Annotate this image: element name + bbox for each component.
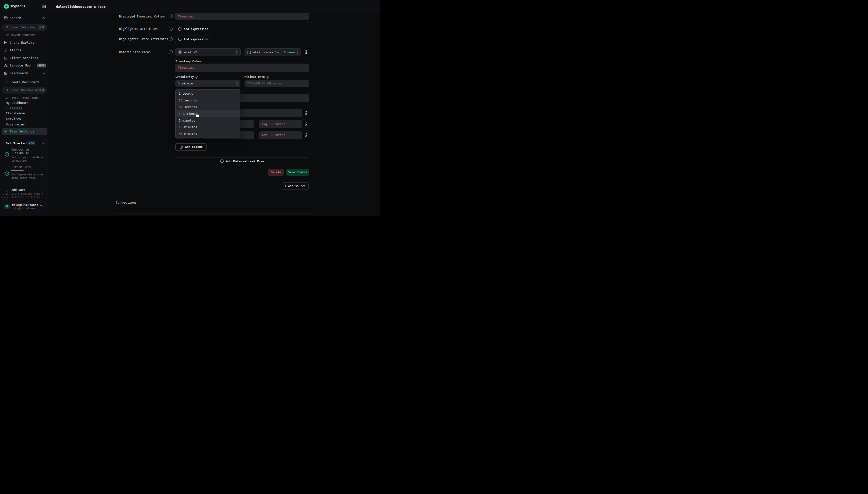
minimum-date-input[interactable]: YYYY-MM-DD HH:mm:ss [245, 80, 309, 87]
displayed-timestamp-label: Displayed Timestamp Column [119, 13, 165, 20]
plus-circle-icon [178, 27, 182, 31]
table-select[interactable]: otel_traces_1m Schema [245, 48, 301, 56]
dropdown-option-selected[interactable]: 1 minute [176, 110, 240, 117]
sidebar-item-label: Team Settings [10, 128, 35, 135]
divider [116, 209, 313, 209]
sidebar-item-clickhouse[interactable]: ClickHouse [6, 111, 25, 115]
chevron-down-icon [5, 97, 8, 99]
chevron-up-icon [42, 17, 45, 19]
collapse-sidebar-icon[interactable] [42, 4, 46, 8]
saved-searches-input[interactable]: Saved Searches ⌘ K [2, 24, 47, 31]
schema-badge[interactable]: Schema [284, 49, 295, 56]
delete-materialized-view-icon[interactable] [304, 50, 309, 55]
sidebar-item-client-sessions[interactable]: Client Sessions [0, 55, 49, 61]
highlighted-trace-attributes-label: Highlighted Trace Attributes [119, 35, 168, 43]
user-name: dale@clickhouse.… [12, 203, 42, 207]
step-title[interactable]: Connect to ClickHouse [12, 148, 44, 155]
sidebar-item-services[interactable]: Services [6, 117, 21, 120]
help-icon[interactable] [169, 27, 173, 31]
add-materialized-view-button[interactable]: Add Materialized View [175, 157, 309, 165]
check-circle-icon [5, 152, 9, 157]
shortcut-badge: ⌘ K [38, 25, 45, 30]
add-column-button[interactable]: Add Column [175, 144, 207, 151]
hyperdx-app: HyperDX Search Saved Searches ⌘ K No sav… [0, 0, 380, 216]
saved-dashboards-input[interactable]: Saved Dashboards ⌘ K [2, 87, 47, 94]
sidebar: HyperDX Search Saved Searches ⌘ K No sav… [0, 0, 49, 216]
help-button[interactable] [1, 194, 8, 201]
sidebar-item-dashboards[interactable]: Dashboards [0, 71, 49, 76]
app-name: HyperDX [11, 4, 25, 8]
combobox-value: 1 minute [178, 80, 193, 87]
help-icon[interactable] [266, 76, 269, 79]
mv-alias-input[interactable]: avg__Duration [259, 120, 302, 128]
delete-column-icon[interactable] [304, 133, 309, 138]
dropdown-option[interactable]: 5 minutes [176, 117, 240, 124]
add-expression-button[interactable]: Add expression [175, 25, 211, 33]
chevron-down-icon [5, 108, 8, 110]
database-icon [178, 50, 182, 54]
add-expression-button[interactable]: Add expression [175, 35, 211, 43]
dropdown-option[interactable]: 15 minutes [176, 124, 240, 131]
progress-badge: 2/3 [27, 141, 36, 145]
mv-alias-input[interactable]: max__Duration [259, 131, 302, 139]
sidebar-item-team-settings[interactable]: Team Settings [2, 128, 47, 135]
gear-icon [4, 130, 7, 133]
sidebar-item-kubernetes[interactable]: Kubernetes [6, 122, 25, 126]
help-icon[interactable] [169, 50, 173, 54]
check-icon [178, 110, 181, 117]
chevron-up-icon[interactable] [41, 142, 44, 144]
avatar: D [4, 204, 10, 209]
help-icon[interactable] [169, 37, 173, 41]
chevron-updown-icon [235, 81, 238, 86]
help-icon[interactable] [195, 76, 198, 79]
bell-icon [4, 48, 8, 52]
button-label: Add Materialized View [226, 159, 264, 163]
input-value: Timestamp [178, 13, 194, 20]
delete-source-button[interactable]: Delete [268, 169, 284, 176]
service-map-icon [4, 63, 8, 68]
dropdown-option[interactable]: 15 seconds [176, 97, 240, 104]
chevron-updown-icon [296, 51, 299, 54]
sidebar-item-alerts[interactable]: Alerts [0, 48, 49, 53]
search-icon [5, 89, 9, 92]
value-text: 1 minute [178, 81, 193, 85]
granularity-dropdown: 1 second 15 seconds 30 seconds 1 minute … [175, 89, 240, 138]
delete-column-icon[interactable] [304, 122, 309, 127]
button-label: Add expression [184, 27, 208, 31]
section-label: SAVED DASHBOARDS [10, 97, 39, 99]
saved-searches-placeholder: Saved Searches [11, 24, 35, 31]
granularity-combobox[interactable]: 1 minute [175, 80, 240, 87]
sidebar-item-my-dashboard[interactable]: My Dashboard [6, 101, 28, 104]
view-select[interactable]: otel_v2 [175, 48, 240, 56]
beta-badge: BETA [37, 63, 46, 68]
connections-heading: Connections [116, 201, 137, 204]
button-label: Add expression [184, 38, 208, 41]
step-title[interactable]: Create Data Sources [12, 165, 44, 172]
dropdown-option[interactable]: 1 second [176, 90, 240, 97]
delete-column-icon[interactable] [304, 111, 309, 116]
add-source-button[interactable]: + Add source [282, 183, 309, 190]
sidebar-item-service-map[interactable]: Service Map BETA [0, 63, 49, 68]
materialized-views-label: Materialized Views [119, 48, 151, 56]
table-icon [247, 51, 251, 54]
displayed-timestamp-input[interactable]: Timestamp [175, 13, 309, 20]
saved-dashboards-section-header[interactable]: SAVED DASHBOARDS [5, 96, 49, 100]
save-source-button[interactable]: Save Source [286, 169, 309, 176]
timestamp-column-label: Timestamp Column [175, 60, 202, 63]
step-title[interactable]: Add Data [12, 188, 44, 192]
dropdown-option[interactable]: 30 minutes [176, 131, 240, 137]
input-placeholder: YYYY-MM-DD HH:mm:ss [247, 80, 282, 87]
help-icon[interactable] [169, 14, 173, 18]
search-icon [5, 26, 9, 29]
input-value: avg__Duration [262, 120, 285, 128]
sidebar-item-search[interactable]: Search [0, 15, 49, 21]
sidebar-item-chart-explorer[interactable]: Chart Explorer [0, 40, 49, 45]
timestamp-column-input[interactable]: Timestamp [175, 63, 309, 72]
dropdown-option[interactable]: 30 seconds [176, 103, 240, 110]
create-dashboard-button[interactable]: + Create Dashboard [6, 80, 39, 84]
user-card[interactable]: D dale@clickhouse.… dale@clickhouse.c… [2, 202, 47, 210]
team-title: dale@clickhouse.com's Team [56, 0, 105, 13]
presets-section-header[interactable]: PRESETS [5, 107, 49, 110]
plus-circle-icon [220, 159, 224, 163]
select-value: otel_traces_1m [253, 49, 278, 56]
